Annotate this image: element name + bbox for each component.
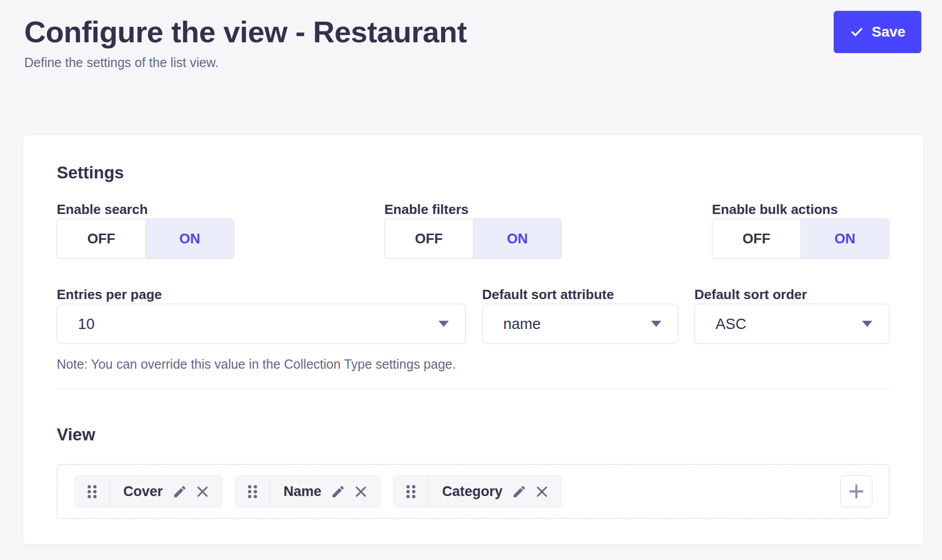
plus-icon	[847, 482, 866, 501]
page-header: Configure the view - Restaurant Define t…	[0, 0, 942, 70]
default-sort-attribute-group: Default sort attribute name	[482, 286, 678, 344]
check-icon	[850, 25, 864, 39]
field-chip-category[interactable]: Category	[393, 475, 562, 507]
settings-card: Settings Enable search OFF ON Enable fil…	[23, 135, 923, 545]
page-title: Configure the view - Restaurant	[24, 15, 921, 49]
default-sort-order-group: Default sort order ASC	[694, 286, 889, 344]
close-icon	[194, 484, 210, 500]
remove-field-button[interactable]	[534, 484, 550, 500]
entries-per-page-group: Entries per page 10	[57, 286, 466, 344]
enable-filters-toggle[interactable]: OFF ON	[384, 219, 562, 259]
drag-handle[interactable]	[75, 476, 110, 507]
enable-bulk-actions-label: Enable bulk actions	[712, 201, 889, 218]
field-chip-name[interactable]: Name	[235, 475, 381, 507]
enable-search-toggle[interactable]: OFF ON	[57, 219, 234, 259]
remove-field-button[interactable]	[353, 484, 369, 500]
drag-handle-icon	[405, 484, 417, 500]
caret-down-icon	[651, 321, 661, 327]
close-icon	[353, 484, 369, 500]
save-button[interactable]: Save	[834, 11, 921, 53]
edit-field-button[interactable]	[331, 484, 346, 499]
enable-search-group: Enable search OFF ON	[57, 201, 234, 259]
add-field-button[interactable]	[840, 475, 872, 507]
edit-field-button[interactable]	[512, 484, 527, 499]
entries-per-page-label: Entries per page	[57, 286, 466, 303]
enable-search-label: Enable search	[57, 201, 234, 218]
view-fields-dropzone: Cover	[57, 464, 889, 519]
enable-search-off-option[interactable]: OFF	[57, 219, 145, 258]
pencil-icon	[172, 484, 187, 499]
enable-bulk-actions-off-option[interactable]: OFF	[712, 219, 801, 258]
pencil-icon	[331, 484, 346, 499]
drag-handle-icon	[86, 484, 98, 500]
default-sort-attribute-label: Default sort attribute	[482, 286, 678, 303]
field-chip-label: Category	[442, 484, 502, 500]
enable-filters-off-option[interactable]: OFF	[385, 219, 473, 258]
caret-down-icon	[862, 321, 872, 327]
default-sort-order-label: Default sort order	[694, 286, 889, 303]
default-sort-order-select[interactable]: ASC	[694, 304, 889, 344]
edit-field-button[interactable]	[172, 484, 187, 499]
default-sort-attribute-select[interactable]: name	[482, 304, 678, 344]
entries-per-page-value: 10	[78, 316, 94, 333]
field-chip-cover[interactable]: Cover	[74, 475, 222, 507]
view-section-heading: View	[57, 425, 889, 443]
field-chip-label: Cover	[123, 484, 163, 500]
enable-bulk-actions-on-option[interactable]: ON	[801, 219, 889, 258]
selects-row: Entries per page 10 Default sort attribu…	[57, 286, 889, 344]
drag-handle-icon	[247, 484, 258, 500]
entries-per-page-note: Note: You can override this value in the…	[57, 357, 889, 371]
section-divider	[57, 389, 889, 389]
default-sort-order-value: ASC	[716, 316, 746, 333]
pencil-icon	[512, 484, 527, 499]
enable-bulk-actions-toggle[interactable]: OFF ON	[712, 219, 889, 259]
field-chip-label: Name	[284, 484, 322, 500]
enable-bulk-actions-group: Enable bulk actions OFF ON	[712, 201, 889, 259]
entries-per-page-select[interactable]: 10	[57, 304, 466, 344]
settings-section-heading: Settings	[57, 163, 889, 182]
default-sort-attribute-value: name	[504, 316, 541, 333]
close-icon	[534, 484, 550, 500]
enable-filters-label: Enable filters	[384, 201, 562, 218]
page-subtitle: Define the settings of the list view.	[24, 55, 921, 70]
toggles-row: Enable search OFF ON Enable filters OFF …	[57, 201, 889, 259]
save-button-label: Save	[872, 24, 905, 40]
drag-handle[interactable]	[394, 476, 429, 507]
remove-field-button[interactable]	[194, 484, 210, 500]
caret-down-icon	[438, 321, 449, 327]
enable-filters-group: Enable filters OFF ON	[384, 201, 562, 259]
drag-handle[interactable]	[235, 476, 270, 507]
enable-search-on-option[interactable]: ON	[145, 219, 234, 258]
enable-filters-on-option[interactable]: ON	[473, 219, 562, 258]
